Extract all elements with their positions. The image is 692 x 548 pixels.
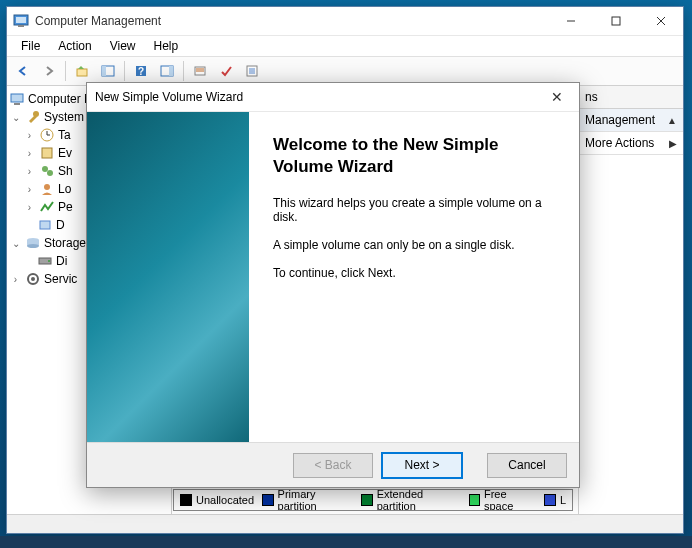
actions-disk-mgmt[interactable]: Management▲ xyxy=(579,109,683,132)
services-icon xyxy=(25,271,41,287)
legend-extended: Extended partition xyxy=(361,489,460,511)
expand-icon[interactable]: › xyxy=(9,273,22,286)
actions-header: ns xyxy=(579,86,683,109)
svg-point-38 xyxy=(31,277,35,281)
statusbar xyxy=(7,514,683,533)
legend-bar: Unallocated Primary partition Extended p… xyxy=(173,489,573,511)
shared-icon xyxy=(39,163,55,179)
disk-icon xyxy=(37,253,53,269)
show-hide-tree-icon[interactable] xyxy=(96,59,120,83)
check-icon[interactable] xyxy=(214,59,238,83)
maximize-button[interactable] xyxy=(593,7,638,35)
computer-icon xyxy=(9,91,25,107)
wizard-heading: Welcome to the New Simple Volume Wizard xyxy=(273,134,555,178)
back-button: < Back xyxy=(293,453,373,478)
svg-rect-13 xyxy=(169,66,173,76)
window-title: Computer Management xyxy=(35,14,548,28)
legend-logical: L xyxy=(544,494,566,506)
svg-rect-1 xyxy=(16,17,26,23)
expand-icon[interactable]: › xyxy=(23,165,36,178)
help-icon[interactable]: ? xyxy=(129,59,153,83)
back-icon[interactable] xyxy=(11,59,35,83)
wizard-text: To continue, click Next. xyxy=(273,266,555,280)
menu-action[interactable]: Action xyxy=(50,38,99,54)
svg-rect-21 xyxy=(11,94,23,102)
event-icon xyxy=(39,145,55,161)
svg-rect-9 xyxy=(102,66,106,76)
svg-point-36 xyxy=(48,260,50,262)
cancel-button[interactable]: Cancel xyxy=(487,453,567,478)
wizard-title: New Simple Volume Wizard xyxy=(95,90,543,104)
taskbar xyxy=(0,536,692,548)
list-icon[interactable] xyxy=(240,59,264,83)
new-simple-volume-wizard: New Simple Volume Wizard ✕ Welcome to th… xyxy=(86,82,580,488)
svg-rect-4 xyxy=(612,17,620,25)
minimize-button[interactable] xyxy=(548,7,593,35)
svg-point-30 xyxy=(44,184,50,190)
next-button[interactable]: Next > xyxy=(381,452,463,479)
expand-icon[interactable]: › xyxy=(23,183,36,196)
submenu-arrow-icon: ▶ xyxy=(669,138,677,149)
wizard-button-row: < Back Next > Cancel xyxy=(87,442,579,487)
legend-unallocated: Unallocated xyxy=(180,494,254,506)
svg-rect-2 xyxy=(18,25,24,27)
close-button[interactable] xyxy=(638,7,683,35)
actions-more[interactable]: More Actions▶ xyxy=(579,132,683,155)
wizard-text: This wizard helps you create a simple vo… xyxy=(273,196,555,224)
expand-icon[interactable]: › xyxy=(23,129,36,142)
svg-rect-31 xyxy=(40,221,50,229)
wizard-titlebar: New Simple Volume Wizard ✕ xyxy=(87,83,579,112)
svg-rect-7 xyxy=(77,69,87,76)
svg-point-23 xyxy=(33,111,39,117)
tools-icon xyxy=(25,109,41,125)
wizard-text: A simple volume can only be on a single … xyxy=(273,238,555,252)
menubar: File Action View Help xyxy=(7,36,683,57)
forward-icon[interactable] xyxy=(37,59,61,83)
collapse-icon[interactable]: ⌄ xyxy=(9,111,22,124)
legend-primary: Primary partition xyxy=(262,489,353,511)
menu-file[interactable]: File xyxy=(13,38,48,54)
svg-rect-22 xyxy=(14,103,20,105)
svg-point-34 xyxy=(27,244,39,248)
collapse-arrow-icon: ▲ xyxy=(667,115,677,126)
collapse-icon[interactable]: ⌄ xyxy=(9,237,22,250)
users-icon xyxy=(39,181,55,197)
settings-icon[interactable] xyxy=(188,59,212,83)
svg-point-29 xyxy=(47,170,53,176)
expand-icon[interactable]: › xyxy=(23,201,36,214)
expand-icon[interactable]: › xyxy=(23,147,36,160)
legend-free: Free space xyxy=(469,489,536,511)
app-icon xyxy=(13,13,29,29)
wizard-content: Welcome to the New Simple Volume Wizard … xyxy=(249,112,579,442)
svg-point-28 xyxy=(42,166,48,172)
view2-icon[interactable] xyxy=(155,59,179,83)
storage-icon xyxy=(25,235,41,251)
menu-help[interactable]: Help xyxy=(146,38,187,54)
wizard-banner xyxy=(87,112,249,442)
svg-text:?: ? xyxy=(138,66,144,77)
perf-icon xyxy=(39,199,55,215)
svg-rect-27 xyxy=(42,148,52,158)
device-icon xyxy=(37,217,53,233)
titlebar: Computer Management xyxy=(7,7,683,36)
actions-panel: ns Management▲ More Actions▶ xyxy=(579,86,683,514)
wizard-close-button[interactable]: ✕ xyxy=(543,89,571,105)
clock-icon xyxy=(39,127,55,143)
up-icon[interactable] xyxy=(70,59,94,83)
menu-view[interactable]: View xyxy=(102,38,144,54)
